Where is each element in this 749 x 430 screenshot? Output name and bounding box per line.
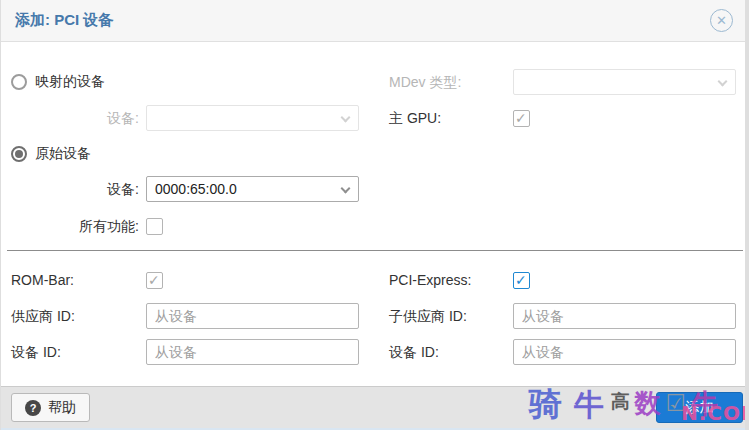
- dialog-header: 添加: PCI 设备: [1, 0, 749, 42]
- all-functions-label: 所有功能:: [1, 213, 139, 239]
- help-button[interactable]: 帮助: [11, 393, 90, 422]
- primary-gpu-checkbox[interactable]: [513, 110, 530, 127]
- background-strip: [745, 0, 749, 430]
- raw-device-radio-label: 原始设备: [35, 145, 91, 163]
- device-id-right-input[interactable]: [513, 339, 736, 365]
- mapped-device-label: 设备:: [1, 105, 139, 131]
- section-divider: [7, 250, 743, 251]
- add-button-label: 添加: [686, 399, 714, 417]
- question-mark-icon: [25, 400, 41, 416]
- mapped-device-radio-row[interactable]: 映射的设备: [11, 72, 105, 92]
- chevron-down-icon: [341, 113, 351, 123]
- pci-express-label: PCI-Express:: [389, 267, 471, 293]
- rombar-label: ROM-Bar:: [11, 267, 74, 293]
- primary-gpu-label: 主 GPU:: [389, 105, 441, 131]
- dialog-title: 添加: PCI 设备: [15, 11, 113, 30]
- mapped-device-select[interactable]: [146, 105, 359, 131]
- device-id-left-label: 设备 ID:: [11, 339, 61, 365]
- close-icon[interactable]: [710, 9, 733, 32]
- raw-device-select-value: 0000:65:00.0: [155, 181, 237, 197]
- vendor-id-label: 供应商 ID:: [11, 303, 75, 329]
- raw-device-radio-row[interactable]: 原始设备: [11, 144, 91, 164]
- raw-device-label: 设备:: [1, 176, 139, 202]
- mdev-type-label: MDev 类型:: [389, 69, 461, 95]
- subvendor-id-label: 子供应商 ID:: [389, 303, 467, 329]
- pci-express-checkbox[interactable]: [513, 272, 530, 289]
- chevron-down-icon: [718, 77, 728, 87]
- add-button[interactable]: 添加: [656, 392, 743, 423]
- vendor-id-input[interactable]: [146, 303, 359, 329]
- device-id-left-input[interactable]: [146, 339, 359, 365]
- raw-device-select[interactable]: 0000:65:00.0: [146, 176, 359, 202]
- subvendor-id-input[interactable]: [513, 303, 736, 329]
- all-functions-checkbox[interactable]: [146, 218, 163, 235]
- raw-device-radio[interactable]: [11, 146, 27, 162]
- mdev-type-select[interactable]: [513, 69, 736, 95]
- mapped-device-radio-label: 映射的设备: [35, 73, 105, 91]
- help-button-label: 帮助: [48, 399, 76, 417]
- rombar-checkbox[interactable]: [146, 272, 163, 289]
- add-pci-device-dialog: 添加: PCI 设备 映射的设备 MDev 类型: 设备: 主 GPU: 原始设…: [0, 0, 749, 430]
- device-id-right-label: 设备 ID:: [389, 339, 439, 365]
- mapped-device-radio[interactable]: [11, 74, 27, 90]
- dialog-footer: 帮助 添加: [1, 386, 749, 430]
- chevron-down-icon: [341, 184, 351, 194]
